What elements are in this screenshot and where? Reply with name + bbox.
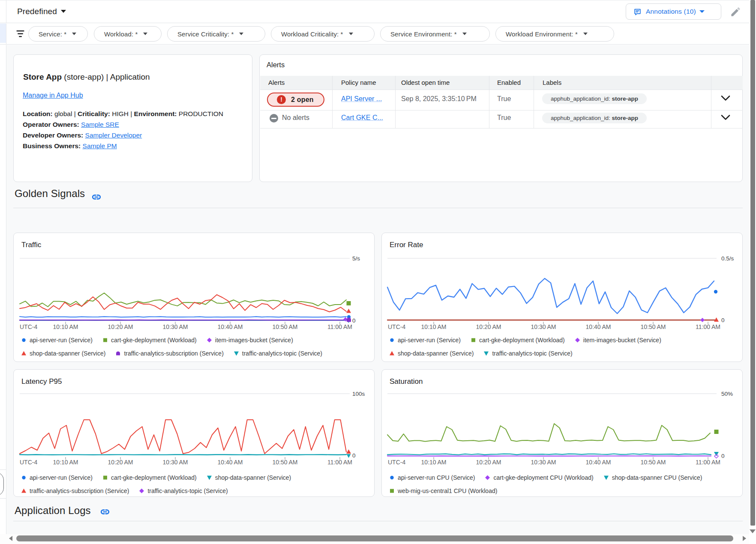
svg-text:10:50 AM: 10:50 AM (273, 323, 298, 330)
svg-text:50%: 50% (721, 391, 733, 397)
svg-text:10:40 AM: 10:40 AM (218, 323, 243, 330)
svg-text:UTC-4: UTC-4 (388, 323, 405, 330)
svg-text:11:00 AM: 11:00 AM (327, 323, 352, 330)
svg-text:10:30 AM: 10:30 AM (163, 459, 188, 466)
svg-text:10:30 AM: 10:30 AM (163, 323, 188, 330)
svg-text:11:00 AM: 11:00 AM (696, 459, 720, 466)
svg-text:100s: 100s (352, 391, 365, 397)
svg-text:10:20 AM: 10:20 AM (108, 459, 133, 466)
svg-text:10:10 AM: 10:10 AM (421, 459, 447, 466)
svg-text:0: 0 (721, 453, 725, 459)
svg-text:10:40 AM: 10:40 AM (218, 459, 243, 466)
svg-text:0: 0 (352, 317, 356, 324)
svg-text:UTC-4: UTC-4 (20, 459, 37, 466)
svg-text:10:30 AM: 10:30 AM (531, 459, 556, 466)
svg-text:0.5/s: 0.5/s (721, 255, 734, 262)
svg-text:11:00 AM: 11:00 AM (327, 459, 352, 466)
svg-text:10:20 AM: 10:20 AM (476, 323, 501, 330)
svg-text:0: 0 (721, 317, 725, 323)
svg-text:10:50 AM: 10:50 AM (641, 459, 666, 466)
svg-text:10:40 AM: 10:40 AM (586, 459, 611, 466)
svg-text:10:20 AM: 10:20 AM (476, 459, 501, 466)
svg-text:10:20 AM: 10:20 AM (108, 323, 133, 330)
svg-text:5/s: 5/s (352, 255, 360, 262)
svg-text:0: 0 (352, 452, 356, 459)
svg-text:10:30 AM: 10:30 AM (531, 323, 556, 330)
svg-text:11:00 AM: 11:00 AM (696, 323, 720, 330)
svg-text:10:10 AM: 10:10 AM (421, 323, 447, 330)
svg-text:UTC-4: UTC-4 (20, 323, 37, 330)
svg-text:10:10 AM: 10:10 AM (53, 323, 78, 330)
svg-text:UTC-4: UTC-4 (388, 459, 405, 466)
svg-text:10:10 AM: 10:10 AM (53, 459, 78, 466)
svg-text:10:50 AM: 10:50 AM (641, 323, 666, 330)
svg-text:10:40 AM: 10:40 AM (586, 323, 611, 330)
svg-text:10:50 AM: 10:50 AM (273, 459, 298, 466)
